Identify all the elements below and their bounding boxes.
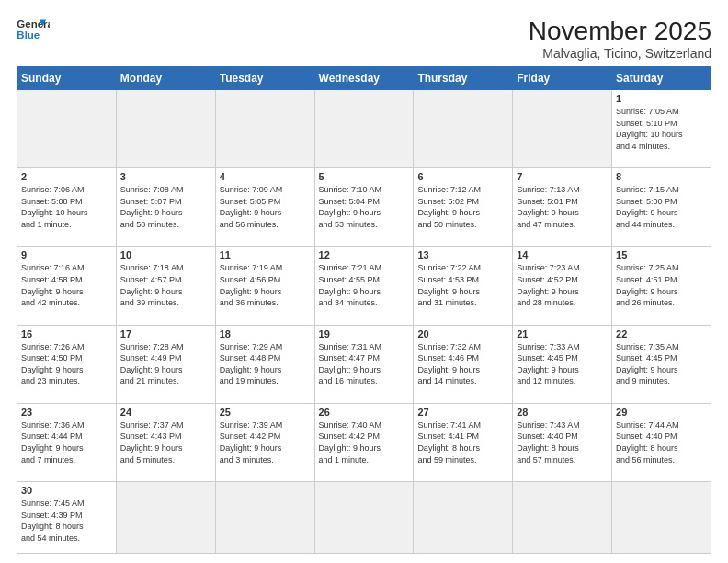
header: General Blue November 2025 Malvaglia, Ti… xyxy=(17,17,711,61)
day-info: Sunrise: 7:16 AM Sunset: 4:58 PM Dayligh… xyxy=(21,262,112,308)
day-number: 11 xyxy=(220,249,311,260)
calendar-day-cell: 2Sunrise: 7:06 AM Sunset: 5:08 PM Daylig… xyxy=(17,168,117,247)
day-number: 21 xyxy=(517,328,608,339)
logo: General Blue xyxy=(17,17,50,44)
calendar-day-cell: 17Sunrise: 7:28 AM Sunset: 4:49 PM Dayli… xyxy=(116,325,215,403)
generalblue-logo-icon: General Blue xyxy=(17,17,50,44)
day-number: 28 xyxy=(517,407,608,418)
day-info: Sunrise: 7:28 AM Sunset: 4:49 PM Dayligh… xyxy=(120,341,211,387)
day-info: Sunrise: 7:31 AM Sunset: 4:47 PM Dayligh… xyxy=(319,341,410,387)
day-number: 8 xyxy=(616,171,707,182)
day-number: 1 xyxy=(616,93,707,104)
calendar-day-cell: 18Sunrise: 7:29 AM Sunset: 4:48 PM Dayli… xyxy=(215,325,314,403)
calendar-day-cell: 11Sunrise: 7:19 AM Sunset: 4:56 PM Dayli… xyxy=(215,247,314,325)
calendar-day-cell: 6Sunrise: 7:12 AM Sunset: 5:02 PM Daylig… xyxy=(414,168,513,247)
day-info: Sunrise: 7:43 AM Sunset: 4:40 PM Dayligh… xyxy=(517,419,608,465)
day-number: 24 xyxy=(120,407,211,418)
day-number: 4 xyxy=(220,171,311,182)
calendar-day-cell: 5Sunrise: 7:10 AM Sunset: 5:04 PM Daylig… xyxy=(314,168,414,247)
day-info: Sunrise: 7:39 AM Sunset: 4:42 PM Dayligh… xyxy=(220,419,311,465)
calendar-day-cell xyxy=(116,482,215,554)
day-info: Sunrise: 7:26 AM Sunset: 4:50 PM Dayligh… xyxy=(21,341,112,387)
day-info: Sunrise: 7:08 AM Sunset: 5:07 PM Dayligh… xyxy=(120,184,211,230)
calendar-day-cell: 28Sunrise: 7:43 AM Sunset: 4:40 PM Dayli… xyxy=(513,403,612,481)
calendar-day-cell xyxy=(414,482,513,554)
calendar-day-cell xyxy=(513,482,612,554)
day-number: 5 xyxy=(319,171,410,182)
day-number: 15 xyxy=(616,249,707,260)
calendar-day-cell: 10Sunrise: 7:18 AM Sunset: 4:57 PM Dayli… xyxy=(116,247,215,325)
calendar-day-cell: 25Sunrise: 7:39 AM Sunset: 4:42 PM Dayli… xyxy=(215,403,314,481)
calendar-day-cell: 30Sunrise: 7:45 AM Sunset: 4:39 PM Dayli… xyxy=(17,482,117,554)
calendar-day-cell: 14Sunrise: 7:23 AM Sunset: 4:52 PM Dayli… xyxy=(513,247,612,325)
calendar-day-cell: 27Sunrise: 7:41 AM Sunset: 4:41 PM Dayli… xyxy=(414,403,513,481)
calendar-week-row: 16Sunrise: 7:26 AM Sunset: 4:50 PM Dayli… xyxy=(17,325,711,403)
calendar-day-cell: 23Sunrise: 7:36 AM Sunset: 4:44 PM Dayli… xyxy=(17,403,117,481)
day-number: 7 xyxy=(517,171,608,182)
calendar-day-cell xyxy=(17,90,117,168)
calendar-day-cell: 3Sunrise: 7:08 AM Sunset: 5:07 PM Daylig… xyxy=(116,168,215,247)
calendar-day-cell xyxy=(215,90,314,168)
day-number: 10 xyxy=(120,249,211,260)
day-number: 18 xyxy=(220,328,311,339)
day-info: Sunrise: 7:40 AM Sunset: 4:42 PM Dayligh… xyxy=(319,419,410,465)
calendar-day-cell xyxy=(414,90,513,168)
day-number: 29 xyxy=(616,407,707,418)
day-number: 27 xyxy=(417,407,508,418)
calendar-week-row: 1Sunrise: 7:05 AM Sunset: 5:10 PM Daylig… xyxy=(17,90,711,168)
day-info: Sunrise: 7:33 AM Sunset: 4:45 PM Dayligh… xyxy=(517,341,608,387)
day-info: Sunrise: 7:18 AM Sunset: 4:57 PM Dayligh… xyxy=(120,262,211,308)
day-number: 25 xyxy=(220,407,311,418)
day-info: Sunrise: 7:45 AM Sunset: 4:39 PM Dayligh… xyxy=(21,498,112,544)
day-info: Sunrise: 7:35 AM Sunset: 4:45 PM Dayligh… xyxy=(616,341,707,387)
day-number: 12 xyxy=(319,249,410,260)
day-number: 22 xyxy=(616,328,707,339)
calendar-day-cell: 15Sunrise: 7:25 AM Sunset: 4:51 PM Dayli… xyxy=(612,247,711,325)
calendar-week-row: 23Sunrise: 7:36 AM Sunset: 4:44 PM Dayli… xyxy=(17,403,711,481)
day-info: Sunrise: 7:23 AM Sunset: 4:52 PM Dayligh… xyxy=(517,262,608,308)
day-info: Sunrise: 7:29 AM Sunset: 4:48 PM Dayligh… xyxy=(220,341,311,387)
day-number: 23 xyxy=(21,407,112,418)
day-number: 26 xyxy=(319,407,410,418)
calendar-day-cell xyxy=(314,482,414,554)
calendar-week-row: 2Sunrise: 7:06 AM Sunset: 5:08 PM Daylig… xyxy=(17,168,711,247)
calendar-day-cell: 13Sunrise: 7:22 AM Sunset: 4:53 PM Dayli… xyxy=(414,247,513,325)
day-info: Sunrise: 7:25 AM Sunset: 4:51 PM Dayligh… xyxy=(616,262,707,308)
day-info: Sunrise: 7:22 AM Sunset: 4:53 PM Dayligh… xyxy=(417,262,508,308)
calendar-day-cell: 7Sunrise: 7:13 AM Sunset: 5:01 PM Daylig… xyxy=(513,168,612,247)
day-number: 20 xyxy=(417,328,508,339)
day-number: 14 xyxy=(517,249,608,260)
calendar-subtitle: Malvaglia, Ticino, Switzerland xyxy=(529,46,711,61)
header-monday: Monday xyxy=(116,67,215,90)
day-info: Sunrise: 7:10 AM Sunset: 5:04 PM Dayligh… xyxy=(319,184,410,230)
calendar-day-cell: 16Sunrise: 7:26 AM Sunset: 4:50 PM Dayli… xyxy=(17,325,117,403)
calendar-week-row: 9Sunrise: 7:16 AM Sunset: 4:58 PM Daylig… xyxy=(17,247,711,325)
calendar-week-row: 30Sunrise: 7:45 AM Sunset: 4:39 PM Dayli… xyxy=(17,482,711,554)
header-thursday: Thursday xyxy=(414,67,513,90)
calendar-day-cell: 8Sunrise: 7:15 AM Sunset: 5:00 PM Daylig… xyxy=(612,168,711,247)
calendar-day-cell: 21Sunrise: 7:33 AM Sunset: 4:45 PM Dayli… xyxy=(513,325,612,403)
header-tuesday: Tuesday xyxy=(215,67,314,90)
calendar-day-cell xyxy=(513,90,612,168)
day-info: Sunrise: 7:41 AM Sunset: 4:41 PM Dayligh… xyxy=(417,419,508,465)
header-saturday: Saturday xyxy=(612,67,711,90)
day-info: Sunrise: 7:32 AM Sunset: 4:46 PM Dayligh… xyxy=(417,341,508,387)
calendar-header-row: Sunday Monday Tuesday Wednesday Thursday… xyxy=(17,67,711,90)
day-number: 2 xyxy=(21,171,112,182)
day-number: 30 xyxy=(21,485,112,496)
page: General Blue November 2025 Malvaglia, Ti… xyxy=(0,0,728,563)
day-info: Sunrise: 7:19 AM Sunset: 4:56 PM Dayligh… xyxy=(220,262,311,308)
calendar-day-cell: 20Sunrise: 7:32 AM Sunset: 4:46 PM Dayli… xyxy=(414,325,513,403)
calendar-day-cell: 22Sunrise: 7:35 AM Sunset: 4:45 PM Dayli… xyxy=(612,325,711,403)
day-number: 13 xyxy=(417,249,508,260)
calendar-day-cell: 24Sunrise: 7:37 AM Sunset: 4:43 PM Dayli… xyxy=(116,403,215,481)
day-info: Sunrise: 7:05 AM Sunset: 5:10 PM Dayligh… xyxy=(616,106,707,152)
day-number: 16 xyxy=(21,328,112,339)
calendar-day-cell xyxy=(314,90,414,168)
header-sunday: Sunday xyxy=(17,67,117,90)
calendar-day-cell xyxy=(612,482,711,554)
day-info: Sunrise: 7:44 AM Sunset: 4:40 PM Dayligh… xyxy=(616,419,707,465)
calendar-day-cell: 9Sunrise: 7:16 AM Sunset: 4:58 PM Daylig… xyxy=(17,247,117,325)
calendar-day-cell xyxy=(116,90,215,168)
header-friday: Friday xyxy=(513,67,612,90)
